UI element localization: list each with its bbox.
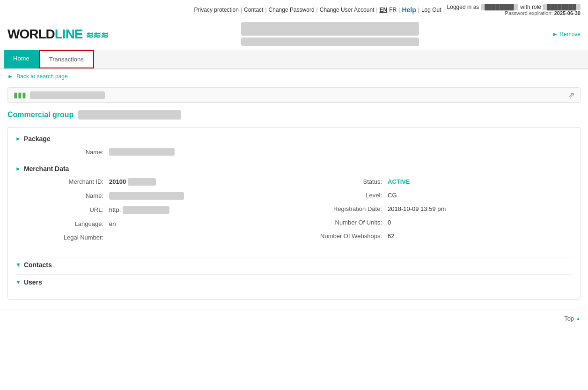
password-expiry-date: 2025-06-30	[554, 10, 581, 16]
lang-en-link[interactable]: EN	[380, 7, 388, 13]
password-expiry: Password expiration: 2025-06-30	[505, 10, 581, 16]
url-prefix: http:	[109, 206, 121, 213]
logged-in-row: Logged in as ████████ with role ████████	[447, 4, 581, 10]
merchant-card-left: ▮▮▮	[14, 90, 105, 99]
merchant-name-label: Name:	[15, 192, 109, 199]
merchant-id-prefix: 20100	[109, 178, 126, 185]
top-label: Top	[564, 315, 574, 322]
package-arrow: ►	[15, 135, 21, 142]
help-link[interactable]: Help	[402, 6, 416, 14]
merchant-webshops-row: Number Of Webshops: 62	[294, 232, 573, 240]
commercial-group-title: Commercial group	[7, 111, 74, 119]
merchant-id-blurred	[128, 178, 156, 186]
merchant-reg-date-row: Registration Date: 2018-10-09 13:59 pm	[294, 205, 573, 212]
merchant-url-value: http:	[109, 206, 169, 214]
breadcrumb: ► Back to search page	[0, 69, 588, 83]
tab-transactions[interactable]: Transactions	[39, 50, 94, 68]
top-bar-links: Privacy protection | Contact | Change Pa…	[194, 4, 581, 16]
merchant-data-right: Status: ACTIVE Level: CG Registration Da…	[294, 178, 573, 248]
merchant-webshops-label: Number Of Webshops:	[294, 232, 388, 240]
merchant-status-row: Status: ACTIVE	[294, 178, 573, 185]
merchant-name-blurred	[109, 192, 184, 200]
top-link[interactable]: Top ▲	[564, 315, 581, 322]
package-name-label: Name:	[34, 149, 109, 156]
sep3: |	[316, 7, 318, 13]
contacts-section-title[interactable]: ▼ Contacts	[15, 261, 573, 269]
footer: Top ▲	[0, 309, 588, 328]
header-title-blurred	[241, 22, 419, 36]
user-badge: ████████	[481, 4, 518, 10]
logged-in-label: Logged in as	[447, 4, 479, 10]
package-name-value	[109, 148, 175, 156]
header-subtitle-blurred	[241, 38, 419, 46]
lang-fr-link[interactable]: FR	[389, 7, 397, 13]
breadcrumb-arrow: ►	[7, 73, 13, 80]
package-name-row: Name:	[15, 148, 573, 156]
merchant-data-left: Merchant ID: 20100 Name: URL: http:	[15, 178, 294, 248]
with-role-label: with role	[520, 4, 541, 10]
merchant-url-label: URL:	[15, 206, 109, 213]
merchant-webshops-value: 62	[388, 232, 394, 240]
package-section: ► Package Name:	[15, 135, 573, 156]
remove-arrow: ►	[552, 31, 558, 38]
merchant-level-value: CG	[388, 192, 397, 199]
users-arrow: ▼	[15, 279, 21, 285]
header-center	[108, 22, 552, 46]
merchant-level-label: Level:	[294, 192, 388, 199]
merchant-language-value: en	[109, 220, 116, 227]
merchant-data-title-label: Merchant Data	[24, 165, 69, 172]
back-to-search-link[interactable]: Back to search page	[16, 73, 67, 80]
merchant-reg-date-label: Registration Date:	[294, 205, 388, 212]
merchant-data-arrow: ►	[15, 165, 21, 172]
users-section-title[interactable]: ▼ Users	[15, 278, 573, 286]
sep4: |	[376, 7, 377, 13]
merchant-data-section: ► Merchant Data Merchant ID: 20100 Name:	[15, 165, 573, 248]
package-title-label: Package	[24, 135, 51, 142]
merchant-language-label: Language:	[15, 220, 109, 227]
merchant-card-row: ▮▮▮ ⇗	[7, 87, 581, 103]
sep1: |	[241, 7, 242, 13]
change-user-account-link[interactable]: Change User Account	[320, 7, 375, 13]
logo-world: WORLD	[7, 27, 55, 41]
change-password-link[interactable]: Change Password	[269, 7, 315, 13]
merchant-url-row: URL: http:	[15, 206, 294, 214]
contacts-divider: ▼ Contacts	[15, 257, 573, 269]
logout-link[interactable]: Log Out	[421, 7, 441, 13]
nav-bar: Home Transactions	[0, 50, 588, 69]
merchant-units-row: Number Of Units: 0	[294, 219, 573, 226]
privacy-link[interactable]: Privacy protection	[194, 7, 239, 13]
merchant-language-row: Language: en	[15, 220, 294, 227]
bar-chart-icon: ▮▮▮	[14, 90, 26, 99]
merchant-status-label: Status:	[294, 178, 388, 185]
merchant-id-label: Merchant ID:	[15, 178, 109, 185]
password-expiry-label: Password expiration:	[505, 10, 553, 16]
remove-link[interactable]: ► Remove	[552, 31, 581, 38]
contacts-title-label: Contacts	[24, 261, 52, 269]
logo-waves: ≋≋≋	[86, 30, 108, 40]
url-blurred	[123, 206, 169, 214]
merchant-data-title[interactable]: ► Merchant Data	[15, 165, 573, 172]
merchant-units-label: Number Of Units:	[294, 219, 388, 226]
header: WORLDLINE ≋≋≋ ► Remove	[0, 18, 588, 50]
user-info: Logged in as ████████ with role ████████…	[447, 4, 581, 16]
merchant-legal-row: Legal Number:	[15, 234, 294, 241]
tab-home[interactable]: Home	[4, 50, 39, 68]
remove-section: ► Remove	[552, 31, 581, 38]
merchant-name-row: Name:	[15, 192, 294, 200]
merchant-status-value: ACTIVE	[388, 178, 410, 185]
edit-icon[interactable]: ⇗	[568, 90, 574, 99]
logo-text: WORLDLINE ≋≋≋	[7, 27, 108, 41]
logo-line: LINE	[55, 27, 83, 41]
merchant-units-value: 0	[388, 219, 391, 226]
top-bar: Privacy protection | Contact | Change Pa…	[0, 0, 588, 18]
contact-link[interactable]: Contact	[244, 7, 263, 13]
merchant-legal-label: Legal Number:	[15, 234, 109, 241]
content-box: ► Package Name: ► Merchant Data Merchant…	[7, 127, 581, 300]
logo-area: WORLDLINE ≋≋≋	[7, 27, 108, 42]
package-section-title[interactable]: ► Package	[15, 135, 573, 142]
merchant-id-value: 20100	[109, 178, 156, 186]
merchant-id-row: Merchant ID: 20100	[15, 178, 294, 186]
sep2: |	[265, 7, 266, 13]
sep5: |	[398, 7, 400, 13]
commercial-group-name-blurred	[78, 110, 181, 120]
